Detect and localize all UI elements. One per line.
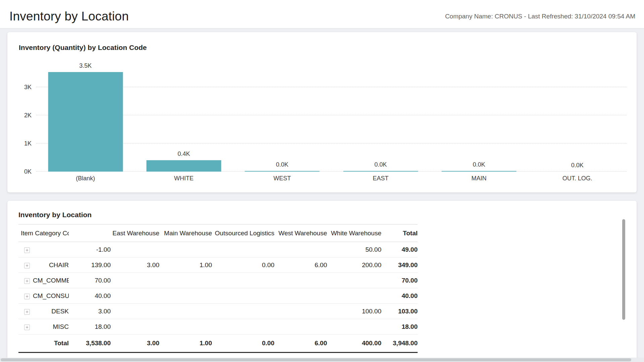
grand-total-value-cell: 3,538.00 bbox=[69, 335, 111, 353]
grand-total-value-cell: 0.00 bbox=[212, 335, 274, 353]
row-total-cell: 103.00 bbox=[381, 304, 418, 319]
table-card: Inventory by Location Item Category Code… bbox=[7, 201, 637, 361]
inventory-matrix-table: Item Category CodeEast WarehouseMain War… bbox=[18, 224, 418, 353]
column-header-outsourced-logistics[interactable]: Outsourced Logistics bbox=[212, 225, 274, 242]
value-cell: 6.00 bbox=[274, 257, 327, 273]
value-cell: 40.00 bbox=[69, 288, 111, 304]
grand-total-label: Total bbox=[18, 335, 69, 353]
item-category-cell: CHAIR bbox=[30, 257, 69, 273]
value-cell bbox=[111, 304, 159, 319]
row-total-cell: 70.00 bbox=[381, 273, 418, 288]
value-cell bbox=[274, 304, 327, 319]
table-row: +CHAIR139.003.001.000.006.00200.00349.00 bbox=[18, 257, 418, 273]
value-cell bbox=[327, 273, 381, 288]
expand-cell: + bbox=[18, 273, 30, 288]
value-cell bbox=[159, 273, 212, 288]
column-header-item-category-code[interactable]: Item Category Code bbox=[18, 225, 69, 242]
bar-WHITE[interactable] bbox=[147, 160, 221, 172]
y-axis-tick-label: 0K bbox=[24, 168, 32, 175]
value-cell: 50.00 bbox=[327, 242, 381, 257]
vertical-scrollbar-thumb[interactable] bbox=[622, 219, 625, 320]
value-cell: 139.00 bbox=[69, 257, 111, 273]
expand-cell: + bbox=[18, 257, 30, 273]
table-row: +-1.0050.0049.00 bbox=[18, 242, 418, 257]
bar-slot: 0.0K bbox=[331, 59, 430, 172]
value-cell: 18.00 bbox=[69, 319, 111, 335]
table-title: Inventory by Location bbox=[7, 201, 637, 224]
y-axis-tick-label: 1K bbox=[24, 140, 32, 147]
expand-plus-button[interactable]: + bbox=[24, 247, 30, 253]
chart-card: Inventory (Quantity) by Location Code 0K… bbox=[7, 32, 637, 192]
table-row: +DESK3.00100.00103.00 bbox=[18, 304, 418, 319]
value-cell bbox=[274, 242, 327, 257]
value-cell: -1.00 bbox=[69, 242, 111, 257]
expand-plus-button[interactable]: + bbox=[24, 309, 30, 315]
bar-(Blank)[interactable] bbox=[48, 72, 123, 172]
bar-value-label: 0.4K bbox=[177, 150, 190, 158]
value-cell bbox=[274, 319, 327, 335]
table-row: +CM_CONSUM40.0040.00 bbox=[18, 288, 418, 304]
chart-title: Inventory (Quantity) by Location Code bbox=[7, 32, 637, 52]
value-cell: 70.00 bbox=[69, 273, 111, 288]
value-cell bbox=[159, 288, 212, 304]
grand-total-value-cell: 3.00 bbox=[111, 335, 159, 353]
table-total-row: Total3,538.003.001.000.006.00400.003,948… bbox=[18, 335, 418, 353]
bar-WEST[interactable] bbox=[245, 171, 320, 172]
expand-cell: + bbox=[18, 242, 30, 257]
company-refresh-meta: Company Name: CRONUS - Last Refreshed: 3… bbox=[445, 13, 635, 20]
bar-slot: 0.0K bbox=[430, 59, 528, 172]
item-category-cell: DESK bbox=[30, 304, 69, 319]
value-cell: 3.00 bbox=[111, 257, 159, 273]
expand-plus-button[interactable]: + bbox=[24, 294, 30, 299]
expand-plus-button[interactable]: + bbox=[24, 324, 30, 330]
grand-total-cell: 3,948.00 bbox=[381, 335, 418, 353]
grand-total-value-cell: 1.00 bbox=[159, 335, 212, 353]
bar-MAIN[interactable] bbox=[442, 171, 517, 172]
table-row: +MISC18.0018.00 bbox=[18, 319, 418, 335]
item-category-cell bbox=[30, 242, 69, 257]
x-category-label: OUT. LOG. bbox=[528, 175, 627, 182]
grand-total-value-cell: 400.00 bbox=[327, 335, 381, 353]
bar-slot: 0.0K bbox=[233, 59, 331, 172]
value-cell bbox=[111, 288, 159, 304]
table-row: +CM_COMMER70.0070.00 bbox=[18, 273, 418, 288]
column-header-blank[interactable] bbox=[69, 225, 111, 242]
column-header-total[interactable]: Total bbox=[381, 225, 418, 242]
bar-value-label: 0.0K bbox=[276, 161, 288, 168]
row-total-cell: 349.00 bbox=[381, 257, 418, 273]
bar-chart: 0K1K2K3K 3.5K0.4K0.0K0.0K0.0K0.0K (Blank… bbox=[7, 52, 637, 182]
x-category-label: WEST bbox=[233, 175, 331, 182]
value-cell bbox=[212, 288, 274, 304]
x-category-label: (Blank) bbox=[36, 175, 135, 182]
chart-y-axis: 0K1K2K3K bbox=[19, 59, 36, 172]
item-category-cell: MISC bbox=[30, 319, 69, 335]
value-cell bbox=[159, 304, 212, 319]
bar-slot: 0.0K bbox=[528, 59, 627, 172]
bar-value-label: 0.0K bbox=[473, 161, 485, 168]
row-total-cell: 40.00 bbox=[381, 288, 418, 304]
value-cell bbox=[111, 242, 159, 257]
column-header-main-warehouse[interactable]: Main Warehouse bbox=[159, 225, 212, 242]
value-cell: 3.00 bbox=[69, 304, 111, 319]
value-cell: 100.00 bbox=[327, 304, 381, 319]
column-header-white-warehouse[interactable]: White Warehouse bbox=[327, 225, 381, 242]
value-cell bbox=[212, 273, 274, 288]
app-header: Inventory by Location Company Name: CRON… bbox=[0, 0, 644, 28]
value-cell bbox=[274, 288, 327, 304]
expand-plus-button[interactable]: + bbox=[24, 263, 30, 268]
bar-EAST[interactable] bbox=[343, 171, 418, 172]
page-title: Inventory by Location bbox=[9, 9, 129, 23]
column-header-west-warehouse[interactable]: West Warehouse bbox=[274, 225, 327, 242]
value-cell bbox=[212, 304, 274, 319]
value-cell: 0.00 bbox=[212, 257, 274, 273]
column-header-east-warehouse[interactable]: East Warehouse bbox=[111, 225, 159, 242]
value-cell bbox=[327, 319, 381, 335]
horizontal-scrollbar-thumb[interactable] bbox=[1, 358, 631, 361]
bar-value-label: 0.0K bbox=[374, 161, 387, 168]
value-cell bbox=[212, 319, 274, 335]
expand-plus-button[interactable]: + bbox=[24, 278, 30, 284]
row-total-cell: 49.00 bbox=[381, 242, 418, 257]
bar-value-label: 0.0K bbox=[571, 162, 584, 169]
table-header-row: Item Category CodeEast WarehouseMain War… bbox=[18, 225, 418, 242]
horizontal-scrollbar-track[interactable] bbox=[0, 358, 644, 362]
